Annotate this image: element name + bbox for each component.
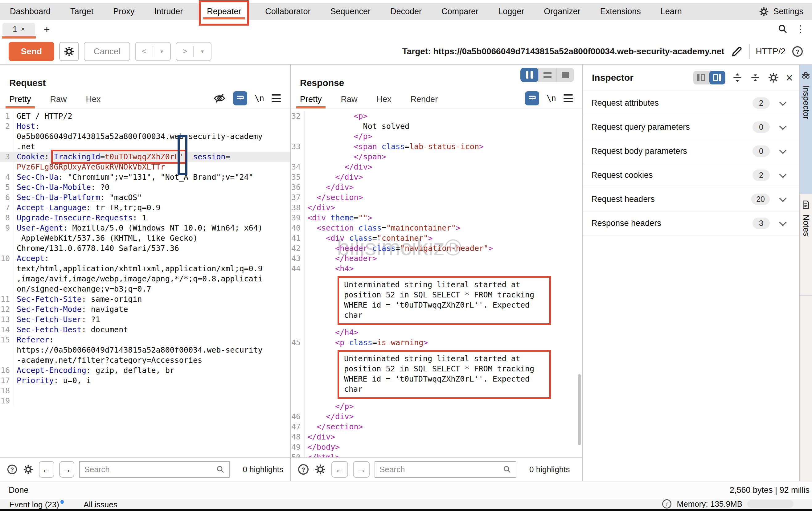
back-dropdown-icon[interactable]: ▾: [153, 48, 170, 55]
chevron-down-icon[interactable]: [779, 98, 786, 106]
inspector-settings-icon[interactable]: [767, 71, 780, 84]
menu-item-target[interactable]: Target: [69, 3, 95, 20]
code-row: 35 </div>: [291, 172, 582, 182]
newline-toggle-icon[interactable]: \n: [547, 94, 556, 103]
sidebar-tab-notes[interactable]: Notes: [800, 194, 812, 296]
next-match-button[interactable]: →: [59, 461, 75, 478]
inspector-row-request-query-parameters[interactable]: Request query parameters0: [583, 115, 799, 139]
count-badge: 0: [753, 121, 770, 133]
tab-pretty[interactable]: Pretty: [9, 95, 31, 108]
code-row: 16Accept-Encoding: gzip, deflate, br: [0, 365, 290, 375]
menu-item-decoder[interactable]: Decoder: [389, 3, 423, 20]
chevron-down-icon[interactable]: [779, 194, 786, 202]
menu-item-organizer[interactable]: Organizer: [543, 3, 582, 20]
inspector-row-request-attributes[interactable]: Request attributes2: [583, 91, 799, 115]
search-settings-icon[interactable]: [23, 463, 34, 476]
inspector-row-response-headers[interactable]: Response headers3: [583, 211, 799, 236]
search-help-icon[interactable]: [7, 463, 18, 475]
help-icon[interactable]: [792, 46, 803, 57]
cancel-button[interactable]: Cancel: [84, 42, 130, 61]
annotation-red-box: Unterminated string literal started atpo…: [338, 276, 551, 325]
chevron-down-icon[interactable]: [779, 146, 786, 154]
line-number: 1: [0, 111, 14, 121]
request-editor[interactable]: 1GET / HTTP/22Host:0a5b0066049d7143815a5…: [0, 109, 290, 457]
settings-gear-icon[interactable]: [758, 6, 770, 17]
inspector-row-request-headers[interactable]: Request headers20: [583, 187, 799, 211]
code-row: 40 <section class="maincontainer">: [291, 223, 582, 233]
code-row: 50</html>: [291, 452, 582, 457]
menu-item-comparer[interactable]: Comparer: [440, 3, 480, 20]
inspector-row-label: Request cookies: [591, 171, 653, 180]
tab-pretty[interactable]: Pretty: [300, 95, 322, 108]
search-icon[interactable]: [778, 24, 788, 34]
tab-raw[interactable]: Raw: [50, 95, 67, 108]
line-number: 8: [0, 213, 14, 223]
add-tab-button[interactable]: +: [41, 23, 53, 35]
code-row: </h4>: [291, 327, 582, 337]
menu-item-proxy[interactable]: Proxy: [112, 3, 136, 20]
menu-item-sequencer[interactable]: Sequencer: [329, 3, 372, 20]
menu-item-dashboard[interactable]: Dashboard: [9, 3, 52, 20]
word-wrap-icon[interactable]: [233, 91, 247, 106]
send-button[interactable]: Send: [9, 42, 54, 61]
hide-nonprintable-icon[interactable]: [213, 92, 226, 104]
request-search-input[interactable]: [84, 465, 216, 474]
editor-menu-icon[interactable]: [563, 94, 573, 102]
search-settings-icon[interactable]: [314, 463, 326, 476]
target-url: Target: https://0a5b0066049d7143815a52a8…: [402, 47, 724, 56]
send-settings-button[interactable]: [59, 42, 79, 61]
code-row: 39<div theme="">: [291, 213, 582, 223]
close-inspector-icon[interactable]: ×: [786, 73, 793, 82]
menu-item-learn[interactable]: Learn: [659, 3, 683, 20]
chevron-down-icon[interactable]: [779, 171, 786, 178]
chevron-down-icon[interactable]: [779, 218, 786, 226]
tab-raw[interactable]: Raw: [341, 95, 357, 108]
menu-item-collaborator[interactable]: Collaborator: [264, 3, 312, 20]
line-number: [291, 121, 305, 131]
response-search-input[interactable]: [379, 465, 503, 474]
chevron-down-icon[interactable]: [779, 122, 786, 130]
menu-item-label: Collaborator: [265, 7, 311, 16]
menu-item-intruder[interactable]: Intruder: [153, 3, 184, 20]
search-help-icon[interactable]: [297, 463, 309, 475]
editor-menu-icon[interactable]: [271, 94, 281, 102]
forward-button-group[interactable]: > ▾: [176, 42, 211, 61]
forward-button[interactable]: >: [176, 47, 193, 56]
event-log-button[interactable]: Event log (23): [9, 500, 64, 509]
tab-render[interactable]: Render: [411, 95, 438, 108]
back-button[interactable]: <: [136, 47, 153, 56]
rows-layout-icon[interactable]: [538, 68, 556, 82]
prev-match-button[interactable]: ←: [39, 461, 54, 478]
columns-layout-icon[interactable]: [520, 68, 538, 82]
prev-match-button[interactable]: ←: [331, 461, 348, 478]
back-button-group[interactable]: < ▾: [135, 42, 171, 61]
sidebar-tab-inspector[interactable]: Inspector: [800, 65, 812, 194]
pencil-icon[interactable]: [731, 45, 743, 58]
response-editor[interactable]: bilisimcikiz® 32 <p> Not solved </p>33 <…: [291, 109, 582, 457]
all-issues-button[interactable]: All issues: [84, 500, 117, 509]
next-match-button[interactable]: →: [353, 461, 370, 478]
single-layout-icon[interactable]: [556, 68, 574, 82]
inspector-row-request-body-parameters[interactable]: Request body parameters0: [583, 139, 799, 163]
repeater-tab-1[interactable]: 1 ×: [2, 22, 36, 38]
tab-hex[interactable]: Hex: [377, 95, 392, 108]
dock-right-icon[interactable]: [709, 71, 725, 85]
settings-button[interactable]: Settings: [773, 7, 803, 16]
line-number: 10: [0, 253, 14, 264]
menu-item-logger[interactable]: Logger: [497, 3, 525, 20]
close-tab-icon[interactable]: ×: [21, 25, 25, 33]
expand-all-icon[interactable]: [731, 72, 743, 84]
word-wrap-icon[interactable]: [525, 91, 539, 106]
response-search-bar: ← → 0 highlights: [291, 457, 582, 481]
kebab-menu-icon[interactable]: ⋮: [796, 23, 805, 34]
tab-hex[interactable]: Hex: [86, 95, 101, 108]
forward-dropdown-icon[interactable]: ▾: [194, 48, 211, 55]
inspector-row-request-cookies[interactable]: Request cookies2: [583, 163, 799, 187]
dock-left-icon[interactable]: [693, 71, 709, 85]
newline-toggle-icon[interactable]: \n: [255, 94, 264, 103]
event-log-dot: [60, 500, 64, 504]
menu-item-repeater[interactable]: Repeater: [201, 3, 246, 20]
collapse-all-icon[interactable]: [749, 72, 761, 84]
menu-item-extensions[interactable]: Extensions: [599, 3, 642, 20]
code-row: 13Sec-Fetch-User: ?1: [0, 314, 290, 325]
